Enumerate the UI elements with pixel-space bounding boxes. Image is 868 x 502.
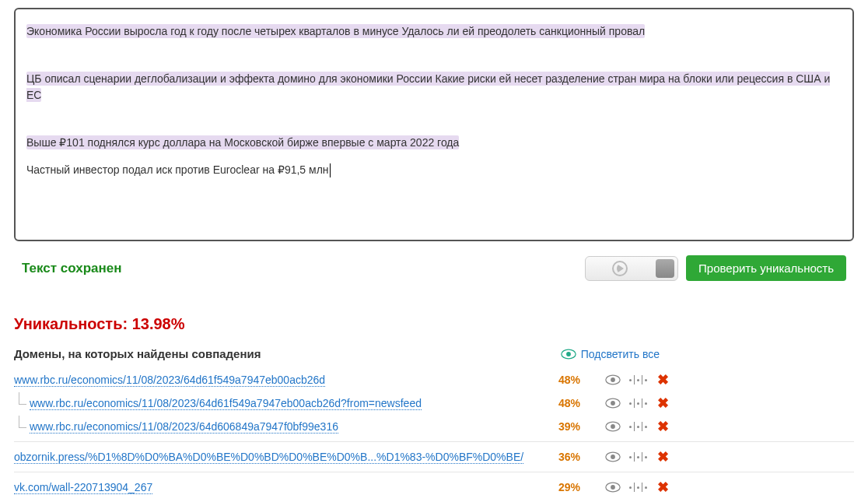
- table-row: www.rbc.ru/economics/11/08/2023/64d61f54…: [14, 391, 854, 415]
- domain-link[interactable]: obzornik.press/%D1%8D%D0%BA%D0%BE%D0%BD%…: [14, 451, 523, 464]
- match-percent: 48%: [558, 374, 605, 386]
- table-row: www.rbc.ru/economics/11/08/2023/64d60684…: [14, 415, 854, 438]
- delete-icon[interactable]: ✖: [655, 395, 670, 411]
- svg-point-5: [611, 401, 615, 405]
- delete-icon[interactable]: ✖: [655, 449, 670, 465]
- match-percent: 48%: [558, 397, 605, 409]
- eye-icon[interactable]: [605, 372, 621, 388]
- svg-point-3: [611, 377, 615, 382]
- text-cursor: [330, 163, 331, 177]
- eye-icon[interactable]: [605, 395, 621, 411]
- table-row: vk.com/wall-220713904_26729%✖: [14, 476, 854, 499]
- table-row: obzornik.press/%D1%8D%D0%BA%D0%BE%D0%BD%…: [14, 445, 854, 469]
- highlight-all-link[interactable]: Подсветить все: [561, 348, 660, 360]
- editor-paragraph: Частный инвестор подал иск против Eurocl…: [26, 163, 329, 176]
- eye-icon[interactable]: [605, 419, 621, 434]
- slider-button[interactable]: [585, 256, 678, 281]
- settings-icon[interactable]: [630, 395, 646, 411]
- svg-point-9: [611, 455, 615, 459]
- text-editor[interactable]: Экономика России выросла год к году посл…: [14, 8, 854, 241]
- settings-icon[interactable]: [630, 449, 646, 465]
- svg-point-7: [611, 424, 615, 429]
- play-icon: [612, 261, 628, 276]
- match-percent: 39%: [558, 420, 605, 433]
- editor-paragraph: Экономика России выросла год к году посл…: [26, 24, 645, 38]
- editor-paragraph: Выше ₽101 поднялся курс доллара на Моско…: [26, 135, 459, 149]
- status-saved: Текст сохранен: [22, 261, 585, 276]
- match-percent: 36%: [558, 451, 605, 463]
- table-row: www.rbc.ru/economics/11/08/2023/64d61f54…: [14, 368, 854, 391]
- settings-icon[interactable]: [630, 479, 646, 495]
- domain-link[interactable]: www.rbc.ru/economics/11/08/2023/64d60684…: [30, 420, 338, 434]
- match-percent: 29%: [558, 481, 605, 493]
- svg-point-1: [566, 352, 571, 356]
- domain-link[interactable]: www.rbc.ru/economics/11/08/2023/64d61f54…: [30, 397, 422, 410]
- domain-link[interactable]: vk.com/wall-220713904_267: [14, 481, 152, 494]
- domain-link[interactable]: www.rbc.ru/economics/11/08/2023/64d61f54…: [14, 374, 325, 387]
- delete-icon[interactable]: ✖: [655, 372, 670, 388]
- delete-icon[interactable]: ✖: [655, 419, 670, 434]
- domains-table: www.rbc.ru/economics/11/08/2023/64d61f54…: [14, 368, 854, 499]
- eye-icon[interactable]: [605, 479, 621, 495]
- svg-point-11: [611, 485, 615, 490]
- uniqueness-title: Уникальность: 13.98%: [14, 315, 854, 333]
- eye-icon[interactable]: [605, 449, 621, 465]
- eye-icon: [561, 349, 576, 360]
- check-uniqueness-button[interactable]: Проверить уникальность: [686, 255, 846, 281]
- editor-paragraph: ЦБ описал сценарии деглобализации и эффе…: [26, 72, 830, 102]
- settings-icon[interactable]: [630, 372, 646, 388]
- settings-icon[interactable]: [630, 419, 646, 434]
- delete-icon[interactable]: ✖: [655, 479, 670, 495]
- domains-heading: Домены, на которых найдены совпадения: [14, 347, 561, 360]
